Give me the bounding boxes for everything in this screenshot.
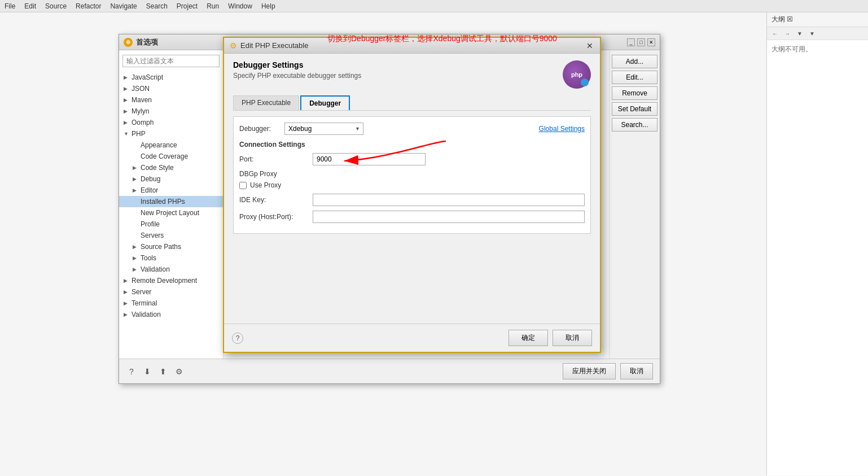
sidebar-label: Validation xyxy=(131,311,161,318)
dialog-cancel-btn[interactable]: 取消 xyxy=(553,330,592,346)
expand-arrow: ▶ xyxy=(133,244,138,250)
sidebar-label: Code Style xyxy=(141,164,174,172)
menu-project[interactable]: Project xyxy=(177,2,198,10)
menu-navigate[interactable]: Navigate xyxy=(110,2,137,10)
menu-help[interactable]: Help xyxy=(261,2,275,10)
nav-back-btn[interactable]: ← xyxy=(769,28,781,38)
search-button[interactable]: Search... xyxy=(612,118,657,132)
sidebar-item-code-coverage[interactable]: Code Coverage xyxy=(119,151,223,162)
sidebar-item-terminal[interactable]: ▶ Terminal xyxy=(119,298,223,309)
maximize-btn[interactable]: □ xyxy=(637,38,645,46)
dialog-titlebar: ⚙ Edit PHP Executable ✕ xyxy=(224,38,600,54)
debugger-section: Debugger: Xdebug Zend Debugger None Glob… xyxy=(233,116,591,234)
tab-debugger[interactable]: Debugger xyxy=(300,95,350,110)
menu-run[interactable]: Run xyxy=(207,2,219,10)
sidebar-item-mylyn[interactable]: ▶ Mylyn xyxy=(119,106,223,117)
dialog-footer-buttons: 确定 取消 xyxy=(508,330,592,346)
port-row: Port: xyxy=(239,153,585,165)
sidebar-item-editor[interactable]: ▶ Editor xyxy=(119,185,223,196)
debugger-row: Debugger: Xdebug Zend Debugger None Glob… xyxy=(239,123,585,135)
outline-panel: 大纲 ☒ ← → ▼ ▼ 大纲不可用。 xyxy=(766,12,868,475)
sidebar-label: JSON xyxy=(131,85,150,93)
add-button[interactable]: Add... xyxy=(612,55,657,68)
nav-dropdown-btn[interactable]: ▼ xyxy=(794,28,805,38)
sidebar-item-tools[interactable]: ▶ Tools xyxy=(119,252,223,264)
sidebar-item-servers[interactable]: Servers xyxy=(119,230,223,241)
use-proxy-row: Use Proxy xyxy=(239,181,585,189)
minimize-btn[interactable]: _ xyxy=(627,38,635,46)
dbgp-proxy-title: DBGp Proxy xyxy=(239,170,585,178)
proxy-host-input[interactable] xyxy=(313,211,585,223)
dialog-close-btn[interactable]: ✕ xyxy=(585,41,594,50)
sidebar-item-appearance[interactable]: Appearance xyxy=(119,139,223,151)
sidebar-item-javascript[interactable]: ▶ JavaScript xyxy=(119,72,223,83)
remove-button[interactable]: Remove xyxy=(612,86,657,100)
proxy-host-row: Proxy (Host:Port): xyxy=(239,211,585,223)
expand-arrow: ▶ xyxy=(124,97,129,103)
use-proxy-checkbox[interactable] xyxy=(239,182,247,189)
debugger-label: Debugger: xyxy=(239,125,284,133)
menu-file[interactable]: File xyxy=(5,2,15,10)
port-label: Port: xyxy=(239,155,313,163)
pref-title: ⚙ 首选项 xyxy=(124,37,158,47)
nav-menu-btn[interactable]: ▼ xyxy=(806,28,818,38)
debugger-select[interactable]: Xdebug Zend Debugger None xyxy=(284,123,363,135)
tab-php-executable[interactable]: PHP Executable xyxy=(233,95,299,110)
edit-php-dialog: ⚙ Edit PHP Executable ✕ Debugger Setting… xyxy=(223,37,601,353)
help-icon[interactable]: ? xyxy=(126,366,137,377)
dialog-header-text: Debugger Settings Specify PHP executable… xyxy=(233,60,361,80)
outline-unavailable-text: 大纲不可用。 xyxy=(771,45,812,53)
global-settings-link[interactable]: Global Settings xyxy=(539,125,585,133)
sidebar-item-source-paths[interactable]: ▶ Source Paths xyxy=(119,241,223,252)
menu-refactor[interactable]: Refactor xyxy=(76,2,101,10)
set-default-button[interactable]: Set Default xyxy=(612,102,657,116)
sidebar-label: Tools xyxy=(141,254,156,262)
import-icon[interactable]: ⬇ xyxy=(142,366,153,377)
menu-window[interactable]: Window xyxy=(228,2,252,10)
ide-key-input[interactable] xyxy=(313,194,585,206)
sidebar-item-remote-dev[interactable]: ▶ Remote Development xyxy=(119,275,223,286)
sidebar-item-php[interactable]: ▼ PHP xyxy=(119,128,223,139)
sidebar-label: Validation xyxy=(141,265,170,273)
top-menubar: File Edit Source Refactor Navigate Searc… xyxy=(0,0,868,12)
expand-arrow: ▶ xyxy=(124,86,129,91)
sidebar-item-oomph[interactable]: ▶ Oomph xyxy=(119,117,223,128)
dialog-ok-btn[interactable]: 确定 xyxy=(508,330,548,346)
sidebar-item-debug[interactable]: ▶ Debug xyxy=(119,173,223,185)
expand-arrow: ▶ xyxy=(133,187,138,193)
pref-title-text: 首选项 xyxy=(136,37,158,47)
menu-source[interactable]: Source xyxy=(45,2,67,10)
sidebar-label: PHP xyxy=(131,130,146,138)
sidebar-item-validation[interactable]: ▶ Validation xyxy=(119,309,223,320)
sidebar-item-new-project-layout[interactable]: New Project Layout xyxy=(119,207,223,219)
sidebar-label: JavaScript xyxy=(131,73,163,81)
desktop: File Edit Source Refactor Navigate Searc… xyxy=(0,0,868,476)
settings-icon[interactable]: ⚙ xyxy=(173,366,185,377)
dialog-help-icon[interactable]: ? xyxy=(232,333,243,344)
nav-forward-btn[interactable]: → xyxy=(782,28,793,38)
sidebar-item-server[interactable]: ▶ Server xyxy=(119,286,223,298)
outline-panel-header: 大纲 ☒ xyxy=(767,12,868,27)
cancel-button[interactable]: 取消 xyxy=(620,363,653,379)
expand-arrow: ▶ xyxy=(133,176,138,182)
dialog-title-text: Edit PHP Executable xyxy=(240,41,308,50)
filter-input[interactable] xyxy=(122,55,220,67)
sidebar-item-maven[interactable]: ▶ Maven xyxy=(119,94,223,106)
sidebar-item-installed-phps[interactable]: Installed PHPs xyxy=(119,196,223,207)
menu-search[interactable]: Search xyxy=(146,2,168,10)
sidebar-item-json[interactable]: ▶ JSON xyxy=(119,83,223,94)
sidebar-item-code-style[interactable]: ▶ Code Style xyxy=(119,162,223,173)
menu-edit[interactable]: Edit xyxy=(24,2,36,10)
close-btn[interactable]: ✕ xyxy=(647,38,655,46)
apply-close-button[interactable]: 应用并关闭 xyxy=(563,363,616,379)
connection-settings-title: Connection Settings xyxy=(239,141,585,149)
edit-button[interactable]: Edit... xyxy=(612,71,657,84)
port-input[interactable] xyxy=(313,153,426,165)
php-logo: php xyxy=(563,60,591,89)
sidebar-item-validation[interactable]: ▶ Validation xyxy=(119,264,223,275)
sidebar-item-profile[interactable]: Profile xyxy=(119,219,223,230)
expand-arrow: ▶ xyxy=(124,300,129,306)
use-proxy-label[interactable]: Use Proxy xyxy=(250,181,281,189)
export-icon[interactable]: ⬆ xyxy=(157,366,169,377)
pref-win-controls: _ □ ✕ xyxy=(627,38,655,46)
